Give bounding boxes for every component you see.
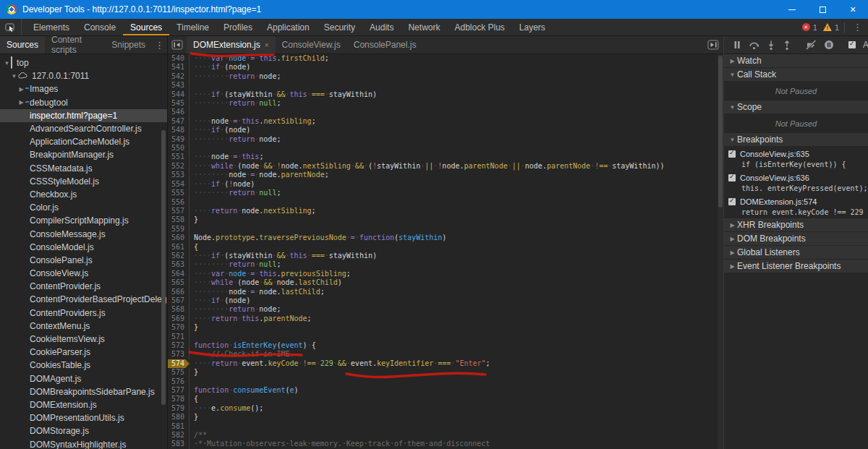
tab-application[interactable]: Application <box>260 19 317 35</box>
editor-tab-domextension-js[interactable]: DOMExtension.js× <box>187 36 276 54</box>
line-number[interactable]: 559 <box>168 225 190 234</box>
section-header-call-stack[interactable]: ▼Call Stack <box>724 68 868 82</box>
editor-tab-consolepanel-js[interactable]: ConsolePanel.js <box>347 36 423 54</box>
line-number[interactable]: 579 <box>168 404 190 413</box>
line-number[interactable]: 578 <box>168 395 190 403</box>
kebab-menu-icon[interactable]: ⋮ <box>850 22 865 33</box>
tree-item-images[interactable]: ▶Images <box>0 82 167 95</box>
breakpoint-checkbox[interactable] <box>728 198 736 205</box>
tree-item-dombreakpointssidebarpane-js[interactable]: DOMBreakpointsSidebarPane.js <box>0 385 167 398</box>
tree-item-advancedsearchcontroller-js[interactable]: AdvancedSearchController.js <box>0 122 167 135</box>
line-number[interactable]: 561 <box>168 243 190 252</box>
editor-tab-consoleview-js[interactable]: ConsoleView.js <box>276 36 347 54</box>
line-number[interactable]: 566 <box>168 288 190 296</box>
tree-item-domagent-js[interactable]: DOMAgent.js <box>0 372 167 385</box>
line-number[interactable]: 568 <box>168 305 190 314</box>
line-number[interactable]: 540 <box>168 54 190 63</box>
line-number[interactable]: 565 <box>168 278 190 287</box>
line-number[interactable]: 557 <box>168 207 190 215</box>
tab-security[interactable]: Security <box>317 19 362 35</box>
line-number[interactable]: 543 <box>168 81 190 90</box>
tree-item-cssstylemodel-js[interactable]: CSSStyleModel.js <box>0 175 167 188</box>
subtab-sources[interactable]: Sources <box>0 36 45 54</box>
tree-item-dompresentationutils-js[interactable]: DOMPresentationUtils.js <box>0 411 167 424</box>
line-number[interactable]: 545 <box>168 99 190 108</box>
breakpoint-entry[interactable]: ConsoleView.js:635if (isEnterKey(event))… <box>724 147 868 171</box>
step-out-icon[interactable] <box>783 40 791 50</box>
tree-item-contentprovider-js[interactable]: ContentProvider.js <box>0 280 167 293</box>
section-header-watch[interactable]: ▶Watch <box>724 54 868 68</box>
error-badge-icon[interactable]: ✕ <box>802 23 810 31</box>
tree-item-consolepanel-js[interactable]: ConsolePanel.js <box>0 254 167 267</box>
collapse-navigator-icon[interactable] <box>168 36 187 54</box>
line-number[interactable]: 548 <box>168 126 190 134</box>
tree-item-127-0-0-1-7011[interactable]: ▼127.0.0.1:7011 <box>0 69 167 82</box>
line-number[interactable]: 580 <box>168 413 190 422</box>
tab-elements[interactable]: Elements <box>26 19 77 35</box>
tree-item-checkbox-js[interactable]: Checkbox.js <box>0 188 167 201</box>
maximize-button[interactable] <box>807 0 838 19</box>
line-number[interactable]: 542 <box>168 72 190 81</box>
line-number[interactable]: 558 <box>168 215 190 224</box>
async-checkbox[interactable] <box>848 41 856 48</box>
tree-item-contentproviderbasedprojectdelegate-js[interactable]: ContentProviderBasedProjectDelegate.js <box>0 293 167 306</box>
step-over-icon[interactable] <box>749 40 760 50</box>
tree-item-cookieitemsview-js[interactable]: CookieItemsView.js <box>0 333 167 346</box>
line-number[interactable]: 556 <box>168 198 190 207</box>
line-number[interactable]: 562 <box>168 252 190 260</box>
subtab-snippets[interactable]: Snippets <box>105 36 152 54</box>
line-number[interactable]: 575 <box>168 368 190 377</box>
minimize-button[interactable] <box>777 0 807 19</box>
close-button[interactable]: ✕ <box>838 0 868 19</box>
section-header-global-listeners[interactable]: ▶Global Listeners <box>724 246 868 260</box>
tree-item-contentproviders-js[interactable]: ContentProviders.js <box>0 307 167 320</box>
tree-item-top[interactable]: ▼top <box>0 56 167 69</box>
chevron-down-icon[interactable]: ▼ <box>3 60 11 67</box>
tree-item-color-js[interactable]: Color.js <box>0 201 167 214</box>
editor-scrollbar-thumb[interactable] <box>718 56 723 208</box>
line-number[interactable]: 572 <box>168 341 190 350</box>
tree-item-domextension-js[interactable]: DOMExtension.js <box>0 398 167 411</box>
subtab-content-scripts[interactable]: Content scripts <box>45 36 105 54</box>
tree-item-compilerscriptmapping-js[interactable]: CompilerScriptMapping.js <box>0 214 167 227</box>
tab-console[interactable]: Console <box>77 19 123 35</box>
tree-item-contextmenu-js[interactable]: ContextMenu.js <box>0 320 167 333</box>
tree-item-consoleview-js[interactable]: ConsoleView.js <box>0 267 167 280</box>
tab-sources[interactable]: Sources <box>123 19 169 35</box>
line-number[interactable]: 546 <box>168 108 190 116</box>
chevron-right-icon[interactable]: ▶ <box>17 86 25 93</box>
line-number[interactable]: 544 <box>168 90 190 99</box>
section-header-scope[interactable]: ▼Scope <box>724 101 868 114</box>
tree-item-domsyntaxhighlighter-js[interactable]: DOMSyntaxHighlighter.js <box>0 437 167 449</box>
line-number[interactable]: 553 <box>168 171 190 179</box>
line-number[interactable]: 582 <box>168 431 190 440</box>
tab-profiles[interactable]: Profiles <box>216 19 260 35</box>
tree-item-cssmetadata-js[interactable]: CSSMetadata.js <box>0 162 167 175</box>
line-number[interactable]: 563 <box>168 260 190 269</box>
line-number[interactable]: 555 <box>168 189 190 197</box>
tree-item-domstorage-js[interactable]: DOMStorage.js <box>0 424 167 437</box>
breakpoint-entry[interactable]: ConsoleView.js:636this._enterKeyPressed(… <box>724 171 868 194</box>
line-number[interactable]: 560 <box>168 234 190 242</box>
tab-network[interactable]: Network <box>401 19 447 35</box>
section-header-breakpoints[interactable]: ▼Breakpoints <box>724 133 868 147</box>
chevron-right-icon[interactable]: ▶ <box>17 99 25 106</box>
line-number[interactable]: 576 <box>168 377 190 386</box>
chevron-down-icon[interactable]: ▼ <box>10 73 18 80</box>
line-number[interactable]: 583 <box>168 440 190 448</box>
step-into-icon[interactable] <box>767 40 775 50</box>
tab-audits[interactable]: Audits <box>362 19 401 35</box>
warning-badge-icon[interactable]: ! <box>823 23 832 31</box>
expand-debugger-panel-icon[interactable] <box>707 36 719 54</box>
tree-item-consolemodel-js[interactable]: ConsoleModel.js <box>0 241 167 254</box>
line-number[interactable]: 573 <box>168 350 190 359</box>
line-number[interactable]: 554 <box>168 180 190 189</box>
line-number[interactable]: 550 <box>168 144 190 153</box>
breakpoint-checkbox[interactable] <box>728 150 736 158</box>
editor-scrollbar[interactable] <box>718 54 723 449</box>
tree-item-consolemessage-js[interactable]: ConsoleMessage.js <box>0 227 167 240</box>
breakpoint-entry[interactable]: DOMExtension.js:574return event.keyCode … <box>724 194 868 218</box>
tab-adblock-plus[interactable]: Adblock Plus <box>447 19 511 35</box>
line-number[interactable]: 547 <box>168 117 190 126</box>
section-header-xhr-breakpoints[interactable]: ▶XHR Breakpoints <box>724 218 868 232</box>
